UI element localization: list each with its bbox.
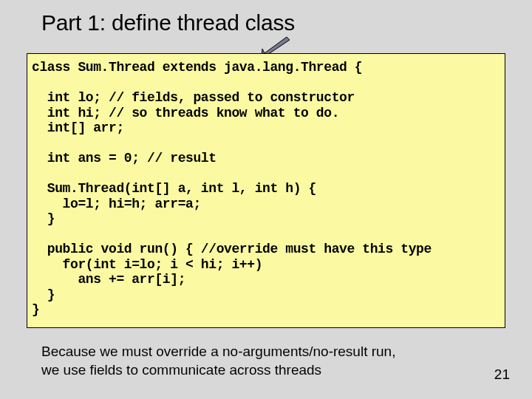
slide-title: Part 1: define thread class bbox=[41, 10, 295, 35]
slide: Part 1: define thread class class Sum.Th… bbox=[0, 0, 532, 399]
caption-text: Because we must override a no-arguments/… bbox=[41, 343, 395, 379]
caption-line-2: we use fields to communicate across thre… bbox=[41, 362, 321, 378]
caption-line-1: Because we must override a no-arguments/… bbox=[41, 344, 395, 359]
code-block: class Sum.Thread extends java.lang.Threa… bbox=[27, 53, 505, 328]
page-number: 21 bbox=[494, 366, 510, 383]
code-text: class Sum.Thread extends java.lang.Threa… bbox=[32, 60, 500, 318]
